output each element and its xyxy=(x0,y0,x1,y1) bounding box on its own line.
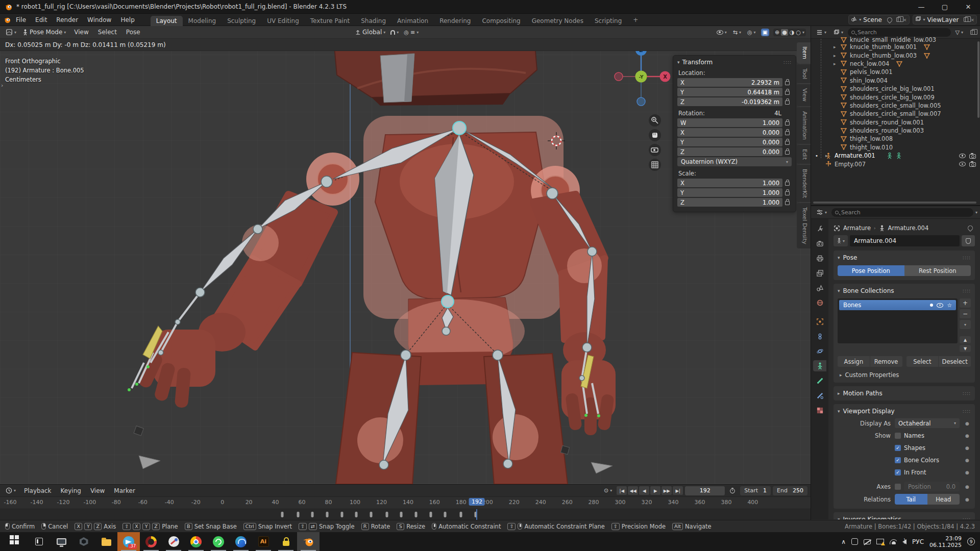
lock-icon[interactable] xyxy=(785,141,790,145)
properties-tab-render[interactable] xyxy=(813,238,826,249)
outliner-item[interactable]: •▸Armature.001 xyxy=(811,152,980,160)
notification-badge[interactable]: 9 xyxy=(967,538,975,545)
animate-dot[interactable]: ● xyxy=(964,433,971,438)
viewlayer-selector[interactable]: ▾ ViewLayer × xyxy=(913,15,977,24)
outliner-item[interactable]: shoulders_circle_small_low.005 xyxy=(811,102,980,110)
rest-position-button[interactable]: Rest Position xyxy=(904,265,971,276)
pin-icon[interactable] xyxy=(967,224,974,232)
blender-menu-icon[interactable] xyxy=(3,16,11,24)
lock-icon[interactable] xyxy=(785,131,790,135)
frame-start-field[interactable]: Start1 xyxy=(740,486,771,495)
scale-x-field[interactable]: X1.000 xyxy=(677,179,782,187)
expand-arrow-icon[interactable]: ▸ xyxy=(825,153,828,158)
outliner-item[interactable]: shoulders_circle_big_low.001 xyxy=(811,85,980,93)
properties-editor[interactable]: ▾ Search ▾ Armature › Armature.004 ▾ xyxy=(811,206,980,520)
camera-off-icon[interactable] xyxy=(864,539,871,544)
collapse-arrow-icon[interactable]: ▾ xyxy=(677,60,680,65)
shading-rendered-button[interactable]: ○ xyxy=(796,29,801,36)
breadcrumb-object[interactable]: Armature xyxy=(843,224,871,232)
panel-grip[interactable]: :::: xyxy=(783,60,792,65)
sidebar-tab-tool[interactable]: Tool xyxy=(797,64,811,83)
timeline-menu-keying[interactable]: Keying xyxy=(56,485,86,497)
head-button[interactable]: Head xyxy=(927,494,960,505)
outliner-item[interactable]: thight_low.008 xyxy=(811,135,980,143)
keyframe-marker[interactable] xyxy=(281,512,283,517)
properties-tab-bone-constraint[interactable] xyxy=(813,390,826,401)
keyframe-marker[interactable] xyxy=(340,512,343,517)
mode-selector[interactable]: Pose Mode▾ xyxy=(20,28,68,37)
animate-dot[interactable]: ● xyxy=(964,445,971,450)
display-as-dropdown[interactable]: Octahedral▾ xyxy=(895,418,960,428)
keyframe-marker[interactable] xyxy=(311,512,314,517)
sidebar-tab-view[interactable]: View xyxy=(797,84,811,106)
keyframe-marker[interactable] xyxy=(385,512,388,517)
location-z-field[interactable]: Z-0.019362 m xyxy=(677,97,782,106)
lock-icon[interactable] xyxy=(785,101,790,105)
overlays-toggle[interactable]: ◎▾ xyxy=(745,28,758,37)
solo-dot-icon[interactable] xyxy=(930,304,933,307)
collapse-arrow-icon[interactable]: ▾ xyxy=(838,255,840,260)
shapes-checkbox[interactable]: ✓ xyxy=(895,445,901,451)
menu-help[interactable]: Help xyxy=(116,14,139,26)
workspace-tab-rendering[interactable]: Rendering xyxy=(434,16,476,26)
display-warning-icon[interactable] xyxy=(876,539,884,544)
timeline-ruler[interactable]: -160-140-120-100-80-60-40-20020406080100… xyxy=(0,497,811,509)
tail-button[interactable]: Tail xyxy=(895,494,927,505)
play-reverse-button[interactable]: ◀ xyxy=(639,486,649,495)
properties-tab-texture[interactable] xyxy=(813,405,826,416)
scale-y-field[interactable]: Y1.000 xyxy=(677,188,782,197)
outliner-item[interactable]: thight_low.010 xyxy=(811,143,980,152)
move-collection-up-button[interactable]: ▲ xyxy=(960,336,971,343)
tray-app-icon[interactable] xyxy=(851,538,858,545)
menu-render[interactable]: Render xyxy=(52,14,83,26)
outliner-hscrollbar[interactable] xyxy=(813,202,976,204)
timeline-menu-marker[interactable]: Marker xyxy=(109,485,139,497)
menu-edit[interactable]: Edit xyxy=(31,14,52,26)
taskbar-illustrator[interactable]: Ai xyxy=(252,532,275,551)
editor-type-button[interactable]: ▾ xyxy=(3,28,19,37)
animate-dot[interactable]: ● xyxy=(964,497,971,502)
in-front-checkbox[interactable]: ✓ xyxy=(895,469,901,475)
timeline-menu-view[interactable]: View xyxy=(86,485,109,497)
sidebar-tab-texel-density[interactable]: Texel Density xyxy=(797,203,811,248)
expand-arrow-icon[interactable]: ▸ xyxy=(834,44,836,49)
close-button[interactable]: ✕ xyxy=(957,0,980,13)
viewport-menu-pose[interactable]: Pose xyxy=(121,26,145,38)
taskbar-unity[interactable] xyxy=(72,532,95,551)
names-checkbox[interactable] xyxy=(895,433,901,439)
outliner-item[interactable]: shoulders_circle_big_low.009 xyxy=(811,93,980,101)
collection-visibility-icon[interactable] xyxy=(937,303,943,308)
lock-icon[interactable] xyxy=(785,121,790,126)
keyframe-marker[interactable] xyxy=(444,512,447,517)
fake-user-button[interactable] xyxy=(962,235,975,246)
timeline-editor-type-button[interactable]: ▾ xyxy=(3,486,18,495)
workspace-tab-modeling[interactable]: Modeling xyxy=(183,16,222,26)
workspace-tab-sculpting[interactable]: Sculpting xyxy=(222,16,261,26)
taskbar-blender[interactable] xyxy=(297,532,320,551)
id-type-button[interactable]: ▾ xyxy=(834,235,848,246)
workspace-tab-compositing[interactable]: Compositing xyxy=(476,16,526,26)
next-keyframe-button[interactable]: ▶▶ xyxy=(662,486,672,495)
rotation-z-field[interactable]: Z0.000 xyxy=(677,147,782,156)
outliner-scrollbar[interactable] xyxy=(977,41,979,118)
keyframe-marker[interactable] xyxy=(400,512,403,517)
properties-tab-constraints[interactable] xyxy=(813,331,826,342)
location-y-field[interactable]: Y0.64418 m xyxy=(677,88,782,96)
lock-icon[interactable] xyxy=(785,182,790,186)
workspace-tab-shading[interactable]: Shading xyxy=(355,16,391,26)
current-frame-field[interactable]: 192 xyxy=(685,486,725,495)
jump-to-end-button[interactable]: ▶| xyxy=(673,486,683,495)
lock-icon[interactable] xyxy=(785,191,790,195)
rotation-w-field[interactable]: W1.000 xyxy=(677,118,782,127)
volume-icon[interactable] xyxy=(902,539,906,544)
properties-tab-bone[interactable] xyxy=(813,375,826,386)
proportional-edit-button[interactable]: ◎≡▾ xyxy=(401,28,421,37)
properties-tab-output[interactable] xyxy=(813,253,826,264)
play-button[interactable]: ▶ xyxy=(650,486,660,495)
menu-file[interactable]: File xyxy=(11,14,31,26)
timeline-editor[interactable]: ▾ PlaybackKeyingViewMarker ⊙▾ |◀◀◀◀▶▶▶▶|… xyxy=(0,484,811,520)
properties-tab-physics[interactable] xyxy=(813,345,826,357)
outliner-item[interactable]: shoulders_circle_small_low.007 xyxy=(811,110,980,118)
rotation-y-field[interactable]: Y0.000 xyxy=(677,138,782,146)
expand-arrow-icon[interactable]: ▸ xyxy=(834,53,836,58)
